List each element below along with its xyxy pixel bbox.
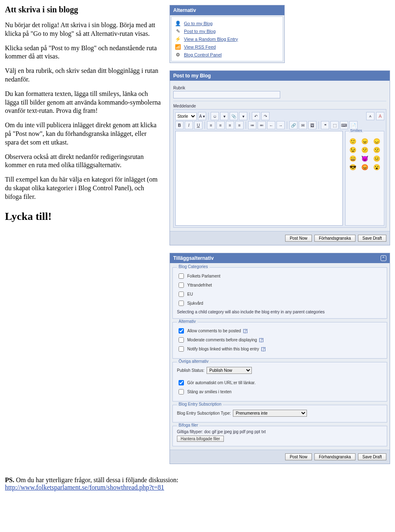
post-now-button[interactable]: Post Now <box>285 235 312 242</box>
smilies-legend: Smilies <box>349 128 363 133</box>
alt-item-rss[interactable]: 📶 View RSS Feed <box>175 43 279 51</box>
category-checkbox[interactable] <box>179 273 184 279</box>
mad-icon[interactable]: 😡 <box>360 164 370 170</box>
opt-label: Stäng av smilies i texten <box>187 390 232 394</box>
alt-item-go-to-blog[interactable]: 👤 Go to my Blog <box>175 19 279 27</box>
ps-footer: PS. Om du har ytterligare frågor, ställ … <box>5 476 390 491</box>
ovriga-legend: Övriga alternativ <box>177 359 210 364</box>
align-right-button[interactable]: ≡ <box>226 121 234 129</box>
alt-link[interactable]: View a Random Blog Entry <box>184 37 238 42</box>
opt-label: Notify blogs linked within this blog ent… <box>187 347 259 351</box>
category-label: Sjukvård <box>187 301 203 306</box>
list-ordered-button[interactable]: ≔ <box>248 121 256 129</box>
save-draft-button[interactable]: Save Draft <box>358 453 386 460</box>
attach-button[interactable]: 📎 <box>230 112 238 120</box>
neutral-icon[interactable]: 😐 <box>372 155 381 162</box>
code-button[interactable]: ⌨ <box>340 121 348 129</box>
decrease-font-button[interactable]: A <box>366 112 374 120</box>
publish-status-select[interactable]: Publish Now <box>207 367 252 374</box>
dropdown-button[interactable]: ▾ <box>220 112 228 120</box>
undo-button[interactable]: ↶ <box>252 112 260 120</box>
gear-icon: ⚙ <box>175 51 181 58</box>
increase-font-button[interactable]: A <box>376 112 384 120</box>
message-textarea[interactable] <box>175 131 343 226</box>
editor-header: Post to my Blog <box>170 71 390 81</box>
bold-button[interactable]: B <box>175 121 184 129</box>
disable-smilies-checkbox[interactable] <box>179 389 184 394</box>
allow-comments-checkbox[interactable] <box>179 328 184 334</box>
ps-text: Om du har ytterligare frågor, ställ dess… <box>14 476 179 483</box>
alt-link[interactable]: Blog Control Panel <box>184 52 222 57</box>
collapse-icon[interactable]: ⌃ <box>381 255 386 261</box>
underline-button[interactable]: U <box>194 121 202 129</box>
align-justify-button[interactable]: ≡ <box>235 121 244 129</box>
image-button[interactable]: 🖼 <box>308 121 316 129</box>
alt-link[interactable]: View RSS Feed <box>184 44 216 49</box>
alt-item-post-to-blog[interactable]: ✎ Post to my Blog <box>175 27 279 35</box>
frown-icon[interactable]: 🙁 <box>372 147 381 153</box>
font-color-button[interactable]: A ▾ <box>198 112 206 120</box>
indent-button[interactable]: → <box>276 121 285 129</box>
surprised-icon[interactable]: 😮 <box>372 164 381 170</box>
save-draft-button[interactable]: Save Draft <box>358 235 386 242</box>
person-icon: 👤 <box>175 20 181 26</box>
outdent-button[interactable]: ← <box>267 121 275 129</box>
attach-legend: Bifoga filer <box>177 423 200 427</box>
cool-icon[interactable]: 😎 <box>348 164 358 170</box>
alt-item-control-panel[interactable]: ⚙ Blog Control Panel <box>175 51 279 58</box>
redo-button[interactable]: ↷ <box>261 112 270 120</box>
meddelande-label: Meddelande <box>173 104 386 108</box>
angry-icon[interactable]: 😠 <box>360 138 370 145</box>
category-label: Yttrandefrihet <box>187 283 212 287</box>
preview-button[interactable]: Förhandsgranska <box>314 235 356 242</box>
moderate-checkbox[interactable] <box>179 337 184 343</box>
sad-icon[interactable]: 😞 <box>372 138 381 145</box>
ps-link[interactable]: http://www.folketsparlament.se/forum/sho… <box>5 484 164 491</box>
alternativ-fieldset: Alternativ Allow comments to be posted [… <box>172 322 387 359</box>
list-unordered-button[interactable]: ≕ <box>258 121 266 129</box>
category-checkbox[interactable] <box>179 282 184 288</box>
help-link[interactable]: [?] <box>243 329 248 333</box>
help-link[interactable]: [?] <box>261 347 266 351</box>
devil-icon[interactable]: 😈 <box>360 155 370 162</box>
doc-p6: Observera också att direkt nedanför redi… <box>5 153 161 170</box>
categories-note: Selecting a child category will also inc… <box>177 310 383 314</box>
alt-link[interactable]: Go to my Blog <box>184 21 213 26</box>
italic-button[interactable]: I <box>185 121 193 129</box>
wrap-button[interactable]: ⬚ <box>330 121 339 129</box>
rubrik-input[interactable] <box>173 91 280 98</box>
post-now-button[interactable]: Post Now <box>285 453 312 460</box>
align-center-button[interactable]: ≡ <box>216 121 225 129</box>
alt-link[interactable]: Post to my Blog <box>184 29 216 34</box>
font-size-select[interactable]: Storle <box>175 112 197 120</box>
category-checkbox[interactable] <box>179 301 184 306</box>
subscription-select[interactable]: Prenumerera inte <box>233 410 307 417</box>
auto-url-checkbox[interactable] <box>179 380 184 385</box>
grin-icon[interactable]: 😄 <box>348 155 358 162</box>
quote-button[interactable]: ❝ <box>321 121 329 129</box>
confused-icon[interactable]: 😕 <box>360 147 370 153</box>
doc-p1: Nu börjar det roliga! Att skriva i sin b… <box>5 21 161 38</box>
opt-label: Moderate comments before displaying <box>187 338 257 342</box>
notify-checkbox[interactable] <box>179 346 184 352</box>
php-button[interactable]: 📄 <box>349 121 358 129</box>
doc-p2: Klicka sedan på "Post to my Blog" och ne… <box>5 44 161 61</box>
smiley-button[interactable]: ☺ <box>211 112 219 120</box>
attach-note: Giltiga filtyper: doc gif jpe jpeg jpg p… <box>177 429 383 434</box>
category-checkbox[interactable] <box>179 292 184 297</box>
dropdown-button[interactable]: ▾ <box>239 112 247 120</box>
email-button[interactable]: ✉ <box>299 121 307 129</box>
preview-button[interactable]: Förhandsgranska <box>314 453 356 460</box>
ps-prefix: PS. <box>5 476 14 483</box>
help-link[interactable]: [?] <box>259 338 264 342</box>
subscription-legend: Blog Entry Subscription <box>177 402 223 406</box>
align-left-button[interactable]: ≡ <box>207 121 215 129</box>
alt-item-random[interactable]: ⚡ View a Random Blog Entry <box>175 35 279 43</box>
wink-icon[interactable]: 😉 <box>348 147 358 153</box>
link-button[interactable]: 🔗 <box>289 121 297 129</box>
manage-attachments-button[interactable]: Hantera bifogade filer <box>177 436 224 442</box>
smiley-icon[interactable]: 🙂 <box>348 138 358 145</box>
opt-label: Gör automatiskt om URL:er till länkar. <box>187 380 256 385</box>
category-label: EU <box>187 292 193 296</box>
doc-big-heading: Lycka till! <box>5 210 161 223</box>
